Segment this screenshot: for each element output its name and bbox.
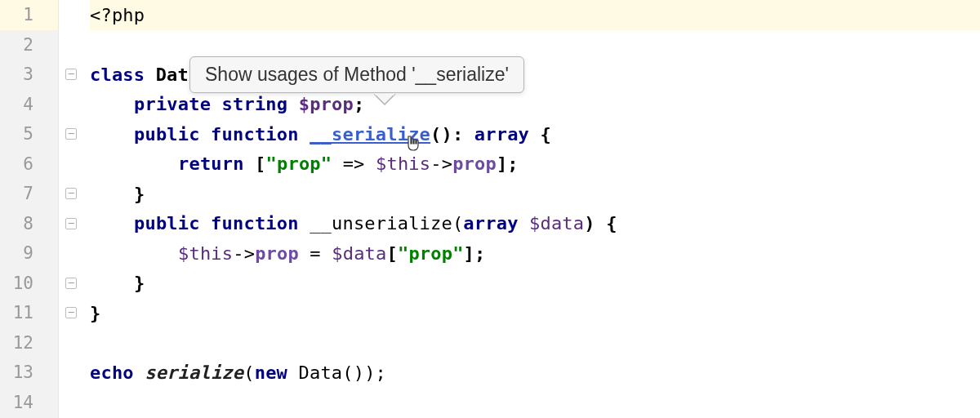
line-number[interactable]: 8: [0, 209, 58, 239]
fold-cell: [59, 328, 83, 358]
brace: }: [90, 303, 100, 323]
variable: $data: [529, 213, 584, 233]
line-number[interactable]: 4: [0, 90, 58, 120]
brace: {: [529, 124, 551, 145]
code-line[interactable]: [90, 30, 980, 60]
keyword-return: return: [178, 153, 244, 174]
fold-cell: [59, 358, 83, 388]
keyword-string: string: [211, 94, 299, 114]
fold-cell: [59, 30, 83, 60]
signature: ():: [430, 124, 474, 145]
fold-toggle-icon[interactable]: [65, 69, 77, 80]
code-line[interactable]: [90, 388, 980, 418]
deref: ->: [430, 153, 452, 174]
keyword-array: array: [474, 124, 529, 145]
property: prop: [255, 243, 299, 264]
string-literal: "prop": [266, 153, 332, 174]
code-editor[interactable]: 1 2 3 4 5 6 7 8 9 10 11 12 13 14 <?php c…: [0, 0, 980, 418]
fold-cell: [59, 90, 83, 120]
code-line[interactable]: public function __serialize(): array {: [90, 119, 980, 149]
method-serialize-link[interactable]: __serialize: [310, 124, 430, 145]
code-line[interactable]: [90, 328, 980, 358]
method-unserialize: __unserialize(: [310, 213, 463, 233]
code-line[interactable]: echo serialize(new Data());: [90, 358, 980, 388]
tooltip-text: Show usages of Method '__serialize': [205, 64, 509, 85]
keyword-private: private: [134, 94, 211, 114]
fold-cell: [59, 0, 83, 30]
fold-toggle-icon[interactable]: [65, 218, 77, 229]
line-number[interactable]: 5: [0, 119, 58, 149]
fold-toggle-icon[interactable]: [65, 188, 77, 199]
code-line[interactable]: public function __unserialize(array $dat…: [90, 209, 980, 239]
paren: ) {: [584, 213, 617, 233]
line-number[interactable]: 6: [0, 149, 58, 180]
fold-cell: [59, 209, 83, 239]
keyword-public: public: [134, 213, 200, 233]
line-number[interactable]: 13: [0, 358, 58, 388]
property: prop: [452, 153, 497, 174]
fold-cell: [59, 238, 83, 269]
keyword-public: public: [134, 124, 200, 145]
code-line[interactable]: return ["prop" => $this->prop];: [90, 149, 980, 180]
bracket: [: [244, 153, 266, 174]
fold-cell: [59, 298, 83, 328]
line-number[interactable]: 3: [0, 60, 58, 90]
equals: =: [299, 243, 332, 264]
line-number[interactable]: 7: [0, 179, 58, 209]
bracket: ];: [464, 243, 486, 264]
fold-gutter: [59, 0, 83, 418]
line-number[interactable]: 11: [0, 298, 58, 328]
code-line[interactable]: }: [90, 269, 980, 299]
variable-this: $this: [376, 153, 430, 174]
line-number[interactable]: 10: [0, 269, 58, 299]
keyword-echo: echo: [90, 362, 145, 383]
line-number-gutter: 1 2 3 4 5 6 7 8 9 10 11 12 13 14: [0, 0, 59, 418]
code-line[interactable]: }: [90, 179, 980, 209]
keyword-function: function: [200, 124, 310, 145]
variable: $prop: [299, 94, 354, 114]
fold-cell: [59, 388, 83, 418]
code-line[interactable]: <?php: [90, 0, 980, 30]
deref: ->: [233, 243, 255, 264]
usages-tooltip[interactable]: Show usages of Method '__serialize': [189, 56, 524, 93]
bracket: [: [386, 243, 397, 264]
variable-this: $this: [178, 243, 233, 264]
fold-toggle-icon[interactable]: [65, 307, 77, 318]
code-line[interactable]: $this->prop = $data["prop"];: [90, 238, 980, 269]
fold-cell: [59, 179, 83, 209]
line-number[interactable]: 12: [0, 328, 58, 358]
brace: }: [134, 273, 145, 293]
variable: $data: [332, 243, 386, 264]
fold-cell: [59, 119, 83, 149]
paren: (: [243, 362, 254, 383]
line-number[interactable]: 1: [0, 0, 58, 30]
tooltip-callout-icon: [374, 94, 395, 105]
function-call: serialize: [145, 362, 243, 383]
fold-toggle-icon[interactable]: [65, 128, 77, 140]
php-open-tag: <?php: [90, 5, 145, 25]
fold-cell: [59, 149, 83, 180]
code-line[interactable]: }: [90, 298, 980, 328]
bracket: ];: [497, 153, 519, 174]
semicolon: ;: [354, 94, 364, 114]
keyword-array: array: [463, 213, 529, 233]
fold-toggle-icon[interactable]: [65, 278, 77, 289]
keyword-class: class: [90, 64, 145, 85]
code-line[interactable]: private string $prop;: [90, 90, 980, 120]
string-literal: "prop": [398, 243, 464, 264]
fold-cell: [59, 60, 83, 90]
arrow: =>: [332, 153, 376, 174]
fold-cell: [59, 269, 83, 299]
keyword-new: new: [255, 362, 287, 383]
line-number[interactable]: 2: [0, 30, 58, 60]
constructor-call: Data());: [287, 362, 386, 383]
line-number[interactable]: 9: [0, 238, 58, 269]
line-number[interactable]: 14: [0, 388, 58, 418]
brace: }: [134, 184, 145, 204]
keyword-function: function: [200, 213, 310, 233]
